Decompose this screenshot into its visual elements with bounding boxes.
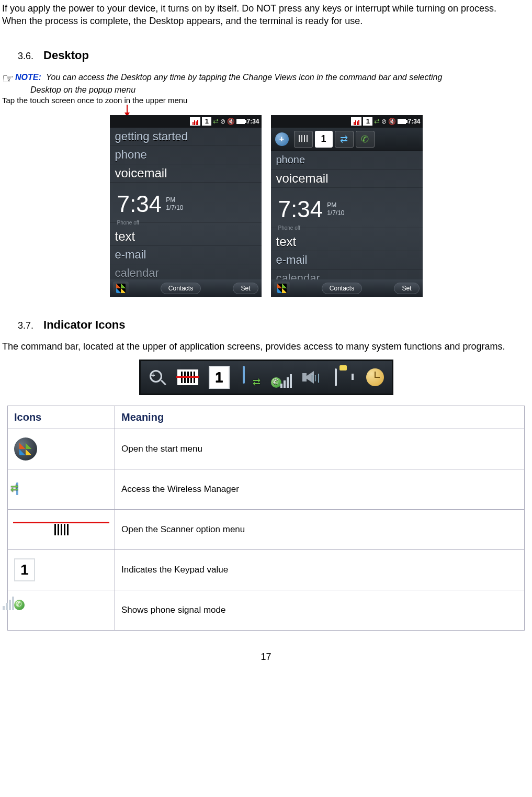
section-3-6-heading: 3.6. Desktop: [18, 49, 530, 62]
status-time: 7:34: [408, 118, 420, 125]
table-row: 1 Indicates the Keypad value: [8, 549, 525, 590]
zoom-keypad-icon[interactable]: 1: [315, 131, 333, 148]
meaning-cell: Open the Scanner option menu: [115, 509, 525, 549]
wireless-manager-icon: ⇄: [14, 484, 18, 494]
zoom-wireless-icon[interactable]: ⇄: [335, 131, 354, 148]
windows-logo-icon: [14, 437, 37, 461]
contacts-button[interactable]: Contacts: [161, 283, 201, 294]
icon-cell-keypad: 1: [8, 549, 115, 590]
icon-cell-start: [8, 429, 115, 469]
table-header-icons: Icons: [8, 406, 115, 429]
zoom-phone-icon[interactable]: ✆: [356, 131, 375, 148]
table-row: Shows phone signal mode: [8, 590, 525, 630]
red-arrow-indicator: [2, 105, 530, 116]
screenshot-right: 1 ⇄ ⊘ 🔇 7:34 + IIII 1 ⇄ ✆ phone voicemai…: [271, 115, 423, 297]
phone-off-label: Phone off: [110, 220, 262, 226]
volume-icon: 🔇: [227, 118, 235, 125]
menu-voicemail[interactable]: voicemail: [110, 164, 262, 183]
table-header-meaning: Meaning: [115, 406, 525, 429]
menu-text[interactable]: text: [271, 233, 423, 251]
indicator-intro: The command bar, located at the upper of…: [2, 341, 530, 352]
indicator-bar-image: + 1 ⇄ 〣: [139, 360, 393, 395]
phone-off-label: Phone off: [271, 225, 423, 231]
keypad-indicator-icon: 1: [14, 558, 35, 581]
zoom-barcode-icon[interactable]: IIII: [294, 131, 313, 148]
signal-icon: ⊘: [220, 118, 225, 125]
phone-signal-icon: [268, 365, 295, 390]
intro-p2: When the process is complete, the Deskto…: [2, 16, 363, 26]
set-button[interactable]: Set: [233, 283, 258, 294]
menu-text[interactable]: text: [110, 228, 262, 246]
table-row: Open the Scanner option menu: [8, 509, 525, 549]
zoom-top-bar: + IIII 1 ⇄ ✆: [271, 128, 423, 151]
menu-email[interactable]: e-mail: [110, 246, 262, 264]
menu-voicemail[interactable]: voicemail: [271, 170, 423, 188]
menu-phone[interactable]: phone: [110, 146, 262, 164]
meaning-cell: Access the Wireless Manager: [115, 469, 525, 509]
speaker-icon: 〣: [300, 365, 326, 390]
note-label: NOTE:: [15, 73, 41, 82]
section-3-7-title: Indicator Icons: [43, 318, 125, 331]
menu-getting-started[interactable]: getting started: [110, 128, 262, 146]
softkey-bar: Contacts Set: [271, 279, 423, 297]
table-header-row: Icons Meaning: [8, 406, 525, 429]
keypad-indicator-icon: 1: [363, 117, 372, 126]
windows-logo-icon: [116, 284, 126, 293]
set-button[interactable]: Set: [394, 283, 419, 294]
clock-block: 7:34 PM 1/7/10: [110, 183, 262, 223]
status-bar: 1 ⇄ ⊘ 🔇 7:34: [110, 115, 262, 128]
screenshots-row: 1 ⇄ ⊘ 🔇 7:34 getting started phone voice…: [2, 115, 530, 297]
section-3-7-number: 3.7.: [18, 320, 33, 331]
meaning-cell: Open the start menu: [115, 429, 525, 469]
table-row: ⇄ Access the Wireless Manager: [8, 469, 525, 509]
icons-meaning-table: Icons Meaning Open the start menu ⇄ Acce…: [7, 406, 525, 631]
pointing-hand-icon: ☞: [2, 72, 14, 85]
section-3-6-title: Desktop: [43, 49, 89, 62]
power-icon: [236, 119, 245, 124]
zoom-plus-icon[interactable]: +: [275, 132, 289, 146]
windows-logo-icon: [277, 284, 287, 293]
status-time: 7:34: [246, 118, 259, 125]
clock-date: 1/7/10: [327, 209, 344, 217]
clock-block: 7:34 PM 1/7/10: [271, 188, 423, 228]
clock-icon: [362, 365, 388, 390]
intro-p1: If you apply the power to your device, i…: [2, 3, 496, 14]
screenshot-left: 1 ⇄ ⊘ 🔇 7:34 getting started phone voice…: [110, 115, 262, 297]
tap-instruction: Tap the touch screen once to zoon in the…: [2, 96, 530, 105]
page-number: 17: [0, 652, 532, 663]
table-row: Open the start menu: [8, 429, 525, 469]
keypad-indicator-icon: 1: [206, 365, 232, 390]
meaning-cell: Shows phone signal mode: [115, 590, 525, 630]
section-3-7-heading: 3.7. Indicator Icons: [18, 318, 530, 332]
barcode-icon: [175, 365, 201, 390]
menu-email[interactable]: e-mail: [271, 251, 423, 270]
note-block: ☞ NOTE: You can access the Desktop any t…: [2, 72, 530, 85]
barcode-icon: [14, 515, 108, 544]
note-text-line2: Desktop on the popup menu: [30, 85, 530, 95]
barcode-icon: [190, 117, 200, 126]
clock-date: 1/7/10: [166, 204, 183, 211]
wireless-manager-icon: ⇄: [237, 365, 264, 390]
note-text-line1: You can access the Desktop any time by t…: [46, 73, 443, 82]
clock-ampm: PM: [327, 201, 344, 209]
icon-cell-phone-signal: [8, 590, 115, 630]
clock-ampm: PM: [166, 196, 183, 204]
softkey-bar: Contacts Set: [110, 279, 262, 297]
volume-icon: 🔇: [388, 118, 396, 125]
clock-time: 7:34: [278, 198, 323, 221]
start-button[interactable]: [113, 282, 129, 295]
intro: If you apply the power to your device, i…: [0, 0, 532, 28]
icon-cell-wireless: ⇄: [8, 469, 115, 509]
menu-phone[interactable]: phone: [271, 151, 423, 170]
power-icon: [398, 119, 406, 124]
section-3-6-number: 3.6.: [18, 51, 33, 61]
start-button[interactable]: [274, 282, 290, 295]
contacts-button[interactable]: Contacts: [322, 283, 362, 294]
signal-icon: ⊘: [381, 118, 387, 125]
clock-time: 7:34: [117, 193, 162, 216]
barcode-icon: [351, 117, 361, 126]
battery-icon: [331, 365, 357, 390]
meaning-cell: Indicates the Keypad value: [115, 549, 525, 590]
wireless-icon: ⇄: [213, 117, 219, 125]
icon-cell-scanner: [8, 509, 115, 549]
